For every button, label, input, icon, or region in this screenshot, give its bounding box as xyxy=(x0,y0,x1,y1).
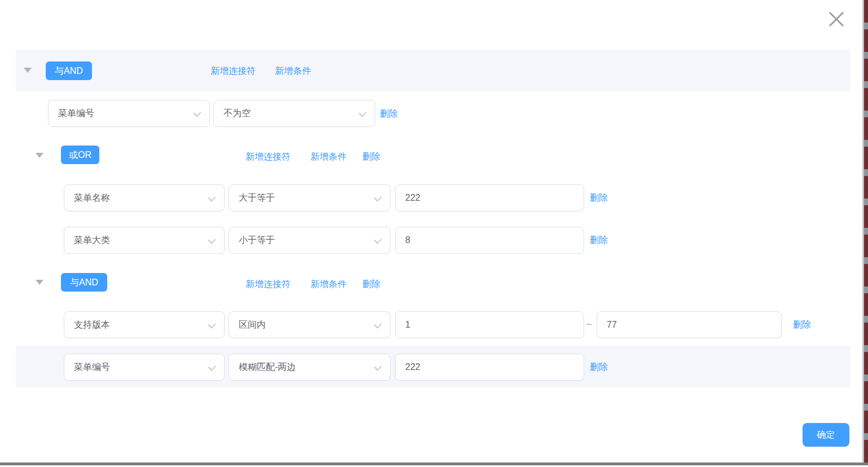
range-from-input[interactable] xyxy=(395,311,584,338)
chevron-down-icon xyxy=(374,320,382,328)
add-connector-link[interactable]: 新增连接符 xyxy=(211,65,256,77)
chevron-down-icon xyxy=(374,236,382,244)
connector-tag-root-and[interactable]: 与AND xyxy=(46,61,92,80)
delete-link[interactable]: 删除 xyxy=(590,234,608,246)
operator-select-value: 不为空 xyxy=(223,100,251,126)
field-select[interactable]: 菜单大类 xyxy=(64,227,225,254)
operator-select[interactable]: 大于等于 xyxy=(229,184,391,212)
operator-select[interactable]: 不为空 xyxy=(213,100,375,127)
condition-builder-dialog: 与AND 新增连接符 新增条件 菜单编号 不为空 删除 或OR 新增连接符 新增… xyxy=(0,0,868,467)
field-select-value: 菜单名称 xyxy=(74,185,110,211)
value-input[interactable] xyxy=(395,184,584,212)
chevron-down-icon xyxy=(208,320,216,328)
delete-link[interactable]: 删除 xyxy=(590,361,608,373)
chevron-down-icon xyxy=(358,109,366,117)
chevron-down-icon xyxy=(193,109,201,117)
confirm-button[interactable]: 确定 xyxy=(803,423,849,447)
group-header-highlight xyxy=(16,50,850,91)
connector-tag-and[interactable]: 与AND xyxy=(61,273,107,292)
add-condition-link[interactable]: 新增条件 xyxy=(310,151,347,163)
add-connector-link[interactable]: 新增连接符 xyxy=(246,278,291,290)
add-connector-link[interactable]: 新增连接符 xyxy=(246,151,291,163)
caret-down-icon[interactable] xyxy=(24,68,32,73)
field-select[interactable]: 支持版本 xyxy=(64,311,225,338)
field-select[interactable]: 菜单编号 xyxy=(48,100,210,127)
window-bottom-border xyxy=(0,462,868,465)
operator-select-value: 模糊匹配-两边 xyxy=(239,354,296,380)
operator-select[interactable]: 模糊匹配-两边 xyxy=(229,354,391,381)
chevron-down-icon xyxy=(374,193,382,201)
range-to-input[interactable] xyxy=(597,311,782,338)
caret-down-icon[interactable] xyxy=(36,280,43,285)
operator-select-value: 大于等于 xyxy=(239,185,275,211)
connector-tag-or[interactable]: 或OR xyxy=(61,146,99,164)
operator-select-value: 小于等于 xyxy=(239,227,275,253)
chevron-down-icon xyxy=(208,363,216,371)
delete-link[interactable]: 删除 xyxy=(590,192,608,204)
delete-link[interactable]: 删除 xyxy=(380,108,398,120)
operator-select-value: 区间内 xyxy=(239,312,266,338)
chevron-down-icon xyxy=(208,193,216,201)
operator-select[interactable]: 区间内 xyxy=(229,311,391,338)
add-condition-link[interactable]: 新增条件 xyxy=(275,65,311,77)
field-select[interactable]: 菜单名称 xyxy=(64,184,225,212)
field-select[interactable]: 菜单编号 xyxy=(64,354,225,381)
add-condition-link[interactable]: 新增条件 xyxy=(310,278,347,290)
close-icon xyxy=(827,10,846,29)
field-select-value: 菜单大类 xyxy=(74,227,110,253)
delete-link[interactable]: 删除 xyxy=(362,151,380,163)
chevron-down-icon xyxy=(208,236,216,244)
value-input[interactable] xyxy=(395,227,584,254)
value-input[interactable] xyxy=(395,354,584,381)
caret-down-icon[interactable] xyxy=(36,153,43,158)
delete-link[interactable]: 删除 xyxy=(793,319,811,331)
close-button[interactable] xyxy=(825,8,848,31)
field-select-value: 菜单编号 xyxy=(58,100,94,126)
field-select-value: 菜单编号 xyxy=(74,354,110,380)
window-edge-stripes xyxy=(864,0,868,463)
delete-link[interactable]: 删除 xyxy=(362,278,380,290)
field-select-value: 支持版本 xyxy=(74,312,110,338)
chevron-down-icon xyxy=(374,363,382,371)
range-separator: ~ xyxy=(586,319,591,331)
operator-select[interactable]: 小于等于 xyxy=(229,227,391,254)
